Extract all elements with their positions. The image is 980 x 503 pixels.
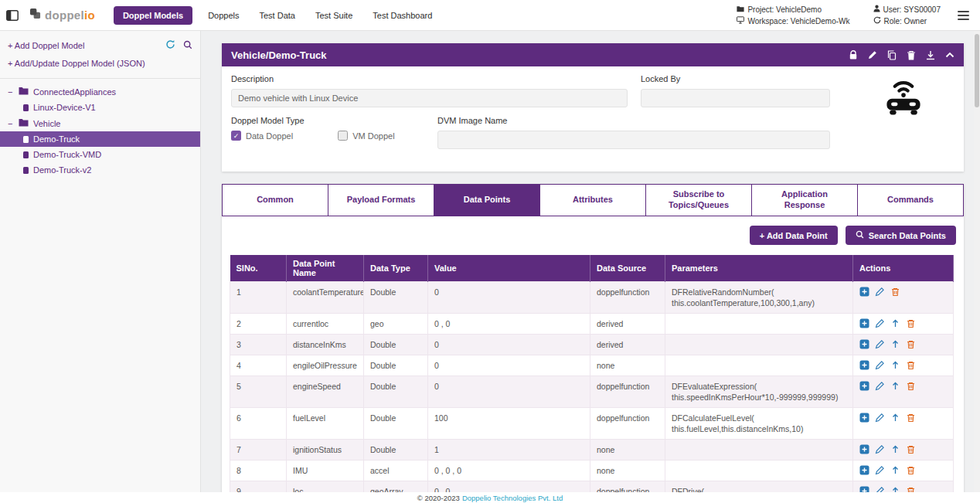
upload-icon[interactable] (890, 413, 900, 423)
user-icon (873, 5, 880, 14)
add-update-json-link[interactable]: + Add/Update Doppel Model (JSON) (0, 55, 200, 72)
add-icon[interactable] (859, 444, 869, 454)
cell-value: 0 , 0 (428, 314, 590, 335)
copy-icon[interactable] (887, 50, 897, 60)
add-icon[interactable] (859, 465, 869, 475)
cell-actions (853, 282, 954, 314)
cell-parameters (665, 355, 853, 376)
upload-icon[interactable] (890, 465, 900, 475)
tree-item-demo-truck-vmd[interactable]: Demo-Truck-VMD (0, 147, 200, 162)
cell-slno: 8 (230, 461, 287, 481)
vm-doppel-checkbox[interactable]: VM Doppel (338, 131, 394, 141)
edit-icon[interactable] (868, 50, 877, 59)
vertical-scrollbar[interactable] (974, 31, 980, 492)
table-row: 2currentlocgeo0 , 0derived (230, 314, 954, 335)
description-field[interactable] (231, 89, 628, 107)
delete-icon[interactable] (907, 50, 916, 60)
tree-item-linux-device-v1[interactable]: Linux-Device-V1 (0, 100, 200, 115)
cell-data-source: none (590, 461, 665, 481)
table-row: 4engileOilPressureDouble0none (230, 355, 954, 376)
lock-icon[interactable] (849, 50, 858, 60)
edit-icon[interactable] (875, 318, 885, 328)
add-icon[interactable] (859, 287, 869, 297)
delete-icon[interactable] (906, 318, 916, 328)
checkbox-unchecked-icon[interactable] (338, 131, 348, 141)
nav-test-data[interactable]: Test Data (255, 7, 300, 24)
delete-icon[interactable] (906, 339, 916, 349)
edit-icon[interactable] (875, 287, 885, 297)
tab-data-points[interactable]: Data Points (434, 184, 540, 216)
edit-icon[interactable] (875, 339, 885, 349)
search-data-points-button[interactable]: Search Data Points (846, 226, 956, 245)
collapse-icon[interactable]: − (8, 87, 14, 97)
role-info: Role: Owner (873, 16, 941, 25)
upload-icon[interactable] (890, 381, 900, 391)
edit-icon[interactable] (875, 465, 885, 475)
add-icon[interactable] (859, 413, 869, 423)
tab-application-response[interactable]: Application Response (751, 184, 858, 216)
cell-data-source: doppelfunction (590, 408, 665, 440)
tab-subscribe-topics-queues[interactable]: Subscribe to Topics/Queues (645, 184, 752, 216)
cell-data-type: accel (364, 461, 428, 481)
cell-data-source: none (590, 440, 665, 461)
delete-icon[interactable] (906, 413, 916, 423)
collapse-icon[interactable]: − (8, 119, 14, 128)
doppel-model-type-label: Doppel Model Type (231, 116, 437, 125)
cell-data-point-name: ignitionStatus (287, 440, 364, 461)
edit-icon[interactable] (875, 444, 885, 454)
upload-icon[interactable] (890, 444, 900, 454)
edit-icon[interactable] (875, 413, 885, 423)
table-row: 9locgeoArray0 , 0doppelfunctionDFDrive(t… (230, 481, 954, 494)
dvm-image-name-field[interactable] (437, 131, 830, 149)
tree-node-vehicle[interactable]: − Vehicle (0, 115, 200, 131)
search-icon[interactable] (183, 40, 192, 51)
add-icon[interactable] (859, 360, 869, 370)
data-doppel-checkbox[interactable]: ✓ Data Doppel (231, 131, 293, 141)
menu-icon[interactable] (958, 11, 969, 20)
cell-data-point-name: loc (287, 481, 364, 494)
tab-attributes[interactable]: Attributes (539, 184, 646, 216)
nav-doppels[interactable]: Doppels (203, 7, 243, 24)
add-data-point-button[interactable]: + Add Data Point (750, 226, 838, 245)
cell-value: 0 (428, 335, 590, 355)
delete-icon[interactable] (906, 360, 916, 370)
nav-test-suite[interactable]: Test Suite (311, 7, 357, 24)
add-icon[interactable] (859, 381, 869, 391)
delete-icon[interactable] (890, 287, 900, 297)
refresh-icon[interactable] (165, 39, 175, 51)
cell-slno: 2 (230, 314, 287, 335)
scrollbar-thumb[interactable] (975, 34, 979, 107)
tree-item-demo-truck-v2[interactable]: Demo-Truck-v2 (0, 162, 200, 178)
nav-test-dashboard[interactable]: Test Dashboard (368, 7, 437, 24)
locked-by-field[interactable] (641, 89, 830, 107)
add-icon[interactable] (859, 339, 869, 349)
cell-parameters (665, 314, 853, 335)
edit-icon[interactable] (875, 381, 885, 391)
tab-payload-formats[interactable]: Payload Formats (328, 184, 434, 216)
cell-value: 0 (428, 282, 590, 314)
edit-icon[interactable] (875, 360, 885, 370)
tree-item-demo-truck[interactable]: Demo-Truck (0, 131, 200, 147)
doppelio-logo[interactable]: doppelio (29, 8, 95, 22)
model-icon (23, 136, 29, 143)
delete-icon[interactable] (906, 465, 916, 475)
add-icon[interactable] (859, 318, 869, 328)
collapse-panel-icon[interactable] (945, 52, 954, 58)
table-row: 8IMUaccel0 , 0 , 0none (230, 461, 954, 481)
download-icon[interactable] (926, 50, 935, 60)
checkbox-checked-icon[interactable]: ✓ (231, 131, 241, 141)
company-link[interactable]: Doppelio Technologies Pvt. Ltd (462, 494, 563, 502)
nav-doppel-models[interactable]: Doppel Models (114, 6, 192, 25)
tab-commands[interactable]: Commands (857, 184, 964, 216)
tree-node-connectedappliances[interactable]: − ConnectedAppliances (0, 83, 200, 100)
sidebar-toggle-icon[interactable] (6, 10, 19, 21)
upload-icon[interactable] (890, 318, 900, 328)
upload-icon[interactable] (890, 360, 900, 370)
tab-common[interactable]: Common (222, 184, 328, 216)
locked-by-label: Locked By (641, 74, 830, 83)
delete-icon[interactable] (906, 444, 916, 454)
add-doppel-model-link[interactable]: + Add Doppel Model (0, 36, 200, 55)
cell-actions (853, 440, 954, 461)
upload-icon[interactable] (890, 339, 900, 349)
delete-icon[interactable] (906, 381, 916, 391)
